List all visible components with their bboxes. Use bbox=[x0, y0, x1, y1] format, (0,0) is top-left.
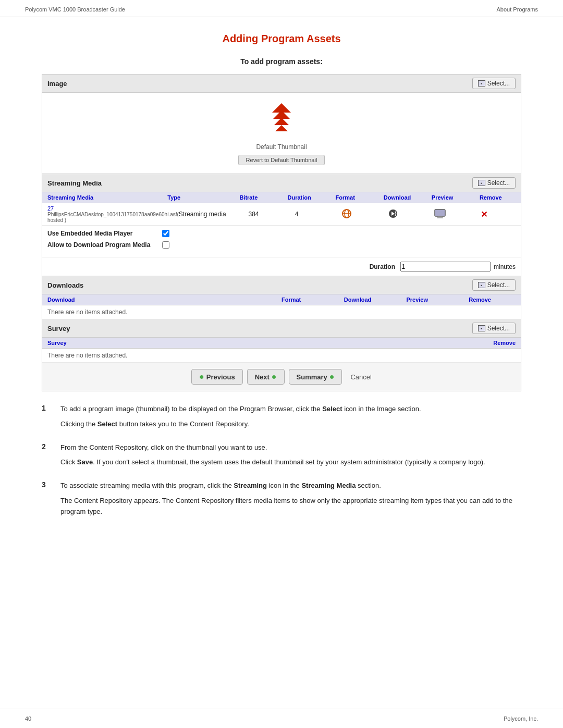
allow-download-row: Allow to Download Program Media bbox=[47, 241, 516, 249]
survey-section-header: Survey ▪ Select... bbox=[42, 319, 521, 338]
col-bitrate: Bitrate bbox=[239, 194, 287, 201]
col-download: Download bbox=[384, 194, 432, 201]
duration-unit: minutes bbox=[494, 263, 516, 270]
streaming-section-label: Streaming Media bbox=[47, 179, 102, 187]
previous-label: Previous bbox=[206, 373, 235, 381]
dl-col-format: Format bbox=[282, 297, 344, 303]
col-duration: Duration bbox=[288, 194, 336, 201]
thumbnail-image bbox=[263, 101, 300, 140]
instruction-number-1: 1 bbox=[42, 404, 52, 434]
image-select-label: Select... bbox=[487, 80, 510, 87]
media-path: PhillipsEricCMADesktop_1004131750178aa09… bbox=[47, 212, 179, 223]
select-icon: ▪ bbox=[478, 80, 485, 87]
duration-row: Duration 1 minutes bbox=[42, 257, 521, 276]
embedded-player-label: Use Embedded Media Player bbox=[47, 230, 162, 237]
header-right: About Programs bbox=[497, 6, 538, 13]
media-format-icon[interactable] bbox=[341, 208, 388, 220]
col-streaming-media: Streaming Media bbox=[47, 194, 167, 201]
survey-no-items: There are no items attached. bbox=[42, 349, 521, 363]
media-name-cell: 27 PhillipsEricCMADesktop_1004131750178a… bbox=[47, 205, 179, 223]
instruction-content-3: To associate streaming media with this p… bbox=[60, 480, 521, 521]
header-left: Polycom VMC 1000 Broadcaster Guide bbox=[25, 6, 125, 13]
streaming-media-row: 27 PhillipsEricCMADesktop_1004131750178a… bbox=[42, 203, 521, 226]
allow-download-checkbox[interactable] bbox=[162, 241, 169, 249]
instruction-number-2: 2 bbox=[42, 442, 52, 473]
media-remove-icon[interactable]: ✕ bbox=[481, 209, 516, 219]
sv-col-remove: Remove bbox=[340, 340, 516, 346]
streaming-table-header: Streaming Media Type Bitrate Duration Fo… bbox=[42, 192, 521, 203]
sv-col-survey: Survey bbox=[47, 340, 340, 346]
streaming-section-header: Streaming Media ▪ Select... bbox=[42, 174, 521, 192]
revert-thumbnail-button[interactable]: Revert to Default Thumbnail bbox=[238, 155, 325, 165]
svg-marker-3 bbox=[275, 125, 288, 131]
downloads-select-icon: ▪ bbox=[478, 282, 485, 288]
media-bitrate: 384 bbox=[249, 211, 295, 218]
duration-label: Duration bbox=[370, 263, 395, 270]
previous-button[interactable]: ● Previous bbox=[191, 369, 243, 385]
embedded-player-checkbox[interactable] bbox=[162, 230, 169, 237]
instruction-2: 2 From the Content Repository, click on … bbox=[42, 442, 521, 473]
page-footer: 40 Polycom, Inc. bbox=[0, 709, 563, 728]
downloads-table-header: Download Format Download Preview Remove bbox=[42, 294, 521, 305]
instruction-content-1: To add a program image (thumbnail) to be… bbox=[60, 404, 421, 434]
dl-col-preview: Preview bbox=[406, 297, 469, 303]
summary-button[interactable]: Summary ● bbox=[289, 369, 342, 385]
downloads-select-label: Select... bbox=[487, 281, 510, 289]
next-icon: ● bbox=[272, 372, 277, 381]
next-button[interactable]: Next ● bbox=[247, 369, 285, 385]
svg-rect-10 bbox=[438, 216, 442, 217]
media-preview-icon[interactable] bbox=[434, 209, 481, 220]
downloads-no-items: There are no items attached. bbox=[42, 305, 521, 319]
svg-marker-2 bbox=[274, 118, 289, 125]
media-duration: 4 bbox=[295, 211, 341, 218]
streaming-select-button[interactable]: ▪ Select... bbox=[472, 177, 516, 189]
image-section-header: Image ▪ Select... bbox=[42, 75, 521, 93]
streaming-select-icon: ▪ bbox=[478, 180, 485, 186]
col-type: Type bbox=[167, 194, 239, 201]
nav-bar: ● Previous Next ● Summary ● Cancel bbox=[42, 363, 521, 391]
col-format: Format bbox=[336, 194, 384, 201]
page-header: Polycom VMC 1000 Broadcaster Guide About… bbox=[0, 0, 563, 17]
instruction-3: 3 To associate streaming media with this… bbox=[42, 480, 521, 521]
next-label: Next bbox=[255, 373, 270, 381]
streaming-select-label: Select... bbox=[487, 179, 510, 187]
instructions-list: 1 To add a program image (thumbnail) to … bbox=[42, 404, 521, 522]
media-type: Streaming media bbox=[179, 211, 249, 218]
section-heading: To add program assets: bbox=[42, 57, 521, 66]
thumbnail-caption: Default Thumbnail bbox=[51, 143, 512, 151]
instruction-1: 1 To add a program image (thumbnail) to … bbox=[42, 404, 521, 434]
footer-page-number: 40 bbox=[25, 715, 31, 722]
col-preview: Preview bbox=[432, 194, 480, 201]
image-content: Default Thumbnail Revert to Default Thum… bbox=[42, 93, 521, 174]
image-section-label: Image bbox=[47, 80, 67, 88]
embedded-player-row: Use Embedded Media Player bbox=[47, 230, 516, 237]
allow-download-label: Allow to Download Program Media bbox=[47, 241, 162, 249]
survey-select-label: Select... bbox=[487, 325, 510, 332]
cancel-link[interactable]: Cancel bbox=[350, 373, 371, 381]
page-title: Adding Program Assets bbox=[42, 33, 521, 45]
dl-col-remove: Remove bbox=[469, 297, 516, 303]
summary-label: Summary bbox=[297, 373, 327, 381]
dl-col-dl: Download bbox=[344, 297, 407, 303]
col-remove: Remove bbox=[480, 194, 516, 201]
survey-section-label: Survey bbox=[47, 325, 70, 332]
survey-select-icon: ▪ bbox=[478, 325, 485, 331]
survey-table-header: Survey Remove bbox=[42, 338, 521, 349]
image-select-button[interactable]: ▪ Select... bbox=[472, 78, 516, 89]
downloads-section-header: Downloads ▪ Select... bbox=[42, 276, 521, 294]
media-download-icon[interactable] bbox=[388, 208, 434, 220]
media-id: 27 bbox=[47, 205, 179, 212]
previous-icon: ● bbox=[199, 372, 204, 381]
dl-col-download: Download bbox=[47, 297, 282, 303]
duration-input[interactable]: 1 bbox=[400, 262, 491, 272]
ui-panel: Image ▪ Select... Default Thumbnail Reve… bbox=[42, 74, 521, 391]
instruction-number-3: 3 bbox=[42, 480, 52, 521]
survey-select-button[interactable]: ▪ Select... bbox=[472, 323, 516, 334]
downloads-select-button[interactable]: ▪ Select... bbox=[472, 279, 516, 291]
summary-icon: ● bbox=[329, 372, 335, 381]
instruction-content-2: From the Content Repository, click on th… bbox=[60, 442, 485, 473]
downloads-section-label: Downloads bbox=[47, 281, 83, 289]
form-section: Use Embedded Media Player Allow to Downl… bbox=[42, 226, 521, 257]
svg-rect-9 bbox=[435, 209, 445, 216]
footer-company: Polycom, Inc. bbox=[504, 715, 538, 722]
